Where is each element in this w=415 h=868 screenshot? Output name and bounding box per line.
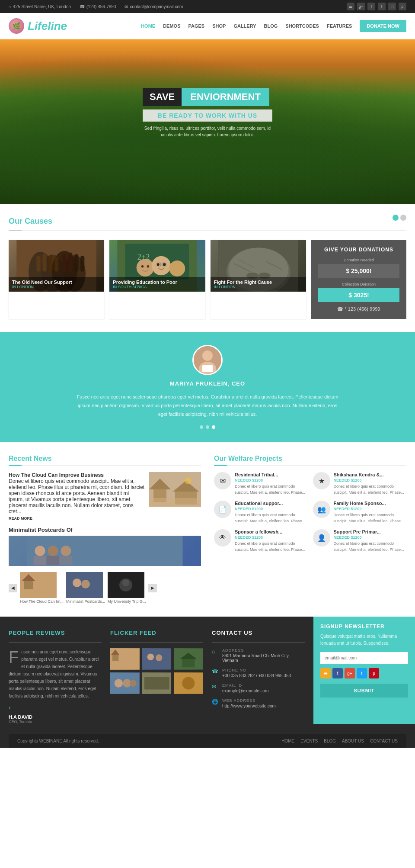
web-icon: 🌐	[212, 699, 219, 705]
email-info: ✉ contact@companymail.com	[124, 4, 183, 9]
welfare-item-0: ✉ Residential Tribal... NEEDED $1200 Don…	[214, 472, 308, 495]
donation-needed-amount: $ 25,000!	[318, 264, 399, 278]
nav-shop[interactable]: SHOP	[212, 23, 226, 29]
nav-shortcodes[interactable]: SHORTCODES	[285, 23, 319, 29]
facebook-social-link[interactable]: f	[367, 3, 375, 10]
svg-rect-77	[144, 677, 169, 690]
causes-grid: The Old Need Our Support IN LONDON 2+2 K…	[9, 240, 406, 319]
divider-accent	[9, 230, 22, 231]
newsletter-rss-icon[interactable]: ☰	[320, 668, 331, 678]
welfare-item-4: 👁 Sponsor a fellowsh... NEEDED $1200 Don…	[214, 529, 308, 553]
nav-blog[interactable]: BLOG	[264, 23, 278, 29]
svg-rect-39	[202, 365, 213, 372]
big-f-letter: F	[9, 649, 19, 665]
causes-dot-2[interactable]	[400, 215, 406, 221]
svg-point-58	[73, 579, 81, 587]
donate-button[interactable]: DONATE NOW	[360, 20, 406, 32]
hero-description: Sed fringilla, risus eu ultrices porttit…	[143, 125, 272, 138]
svg-point-46	[185, 477, 192, 484]
welfare-text-2: Educational suppor... NEEDED $1200 Donec…	[235, 501, 308, 524]
news-article-1-title: How The Cloud Can Improve Business	[9, 472, 145, 478]
web-label: WEB ADDRESS	[222, 698, 276, 703]
svg-point-62	[122, 579, 129, 586]
top-bar: ⌂ 425 Street Name, UK, London ☎ (123) 45…	[0, 0, 415, 13]
svg-rect-10	[68, 253, 72, 272]
hero-subtitle: BE READY TO WORK WITH US	[143, 109, 272, 122]
donation-collection-amount: $ 3025!	[318, 288, 399, 302]
svg-point-37	[202, 350, 213, 361]
newsletter-gplus-icon[interactable]: g+	[345, 668, 355, 678]
news-thumbnails: ◀ How The Cloud Can Im...	[9, 572, 201, 604]
email-contact-icon: ✉	[212, 684, 219, 690]
rss-social-link[interactable]: ☰	[347, 3, 354, 10]
testimonial-section: MARIYA FRUKLEIN, CEO Fusce nec arcu eget…	[0, 332, 415, 442]
reviewer-arrow: ›	[9, 704, 102, 711]
newsletter-pin-icon[interactable]: p	[369, 668, 379, 678]
hero-content: SAVE ENVIORNMENT BE READY TO WORK WITH U…	[143, 88, 272, 138]
email-label: EMAIL ID	[222, 683, 268, 688]
contact-title: CONTACT US	[212, 630, 305, 636]
welfare-text-3: Family Home Sponso... NEEDED $1200 Donec…	[334, 501, 407, 524]
footer-nav-blog[interactable]: BLOG	[324, 739, 336, 743]
svg-point-68	[156, 655, 162, 661]
flicker-img-2	[142, 648, 172, 670]
footer-nav-home[interactable]: HOME	[281, 739, 294, 743]
hut-svg	[149, 472, 201, 507]
causes-divider	[9, 230, 406, 231]
thumb-prev-arrow[interactable]: ◀	[9, 584, 17, 592]
gplus-social-link[interactable]: g+	[357, 3, 365, 10]
hero-section: SAVE ENVIORNMENT BE READY TO WORK WITH U…	[0, 39, 415, 204]
address-info: ⌂ 425 Street Name, UK, London	[9, 4, 71, 9]
dot-1[interactable]	[200, 425, 203, 429]
thumb-next-arrow[interactable]: ▶	[148, 584, 157, 592]
svg-point-19	[169, 260, 185, 276]
svg-rect-8	[54, 257, 58, 272]
testimonial-text: Fusce nec arcu eget nunc scelerisque pha…	[73, 393, 342, 418]
footer-newsletter: SIGNUP NEWSLETTER Quisque volutpat matti…	[313, 617, 415, 724]
hero-title: SAVE ENVIORNMENT	[143, 88, 272, 106]
copyright-text: Copyrights WEBINANE All rights reserved.	[17, 739, 99, 743]
svg-rect-11	[74, 254, 78, 272]
welfare-text-1: Shikshana Kendra &... NEEDED $1200 Donec…	[334, 472, 407, 495]
newsletter-fb-icon[interactable]: f	[332, 668, 343, 678]
news-read-more-1[interactable]: READ MORE	[9, 516, 145, 521]
footer-nav-events[interactable]: EVENTS	[300, 739, 318, 743]
welfare-item-3: 👥 Family Home Sponso... NEEDED $1200 Don…	[313, 501, 407, 524]
svg-rect-55	[24, 581, 33, 589]
svg-rect-53	[60, 556, 73, 565]
donations-title: GIVE YOUR DONATIONS	[318, 247, 399, 253]
nav-features[interactable]: FEATURES	[327, 23, 352, 29]
phone-label: PHONE NO	[222, 668, 291, 672]
welfare-section: Our Welfare Projects ✉ Residential Triba…	[214, 455, 406, 604]
flicker-grid	[110, 648, 203, 694]
pinterest-social-link[interactable]: p	[399, 3, 406, 10]
svg-point-20	[141, 265, 144, 268]
logo-icon: 🌿	[9, 18, 24, 34]
news-article-1-body: Donec et libero quis erat commodo suscip…	[9, 478, 145, 514]
testimonial-avatar	[192, 345, 223, 375]
footer-nav-contact[interactable]: CONTACT US	[370, 739, 398, 743]
svg-rect-70	[182, 659, 195, 667]
welfare-text-5: Support Pre Primar... NEEDED $1200 Donec…	[334, 529, 407, 553]
welfare-icon-1: ★	[313, 472, 330, 489]
nav-gallery[interactable]: GALLERY	[233, 23, 256, 29]
footer-bottom-nav: HOME EVENTS BLOG ABOUT US CONTACT US	[281, 739, 398, 743]
twitter-social-link[interactable]: t	[378, 3, 386, 10]
news-title: Recent News	[9, 455, 201, 463]
nav-home[interactable]: HOME	[141, 23, 155, 29]
t2-svg	[66, 572, 103, 598]
newsletter-tw-icon[interactable]: t	[357, 668, 367, 678]
nav-pages[interactable]: PAGES	[188, 23, 205, 29]
causes-dot-1[interactable]	[393, 215, 399, 221]
nav-demos[interactable]: DEMOS	[163, 23, 180, 29]
cause-card-kids: 2+2 K+B	[109, 240, 205, 319]
footer-nav-about[interactable]: ABOUT US	[342, 739, 364, 743]
dot-2[interactable]	[206, 425, 209, 429]
hero-save-text: SAVE	[143, 88, 182, 106]
linkedin-social-link[interactable]: in	[388, 3, 396, 10]
newsletter-email-input[interactable]	[320, 652, 408, 664]
newsletter-submit-button[interactable]: SUBMIT	[320, 684, 408, 698]
top-bar-left: ⌂ 425 Street Name, UK, London ☎ (123) 45…	[9, 4, 183, 9]
top-bar-socials: ☰ g+ f t in p	[347, 3, 406, 10]
dot-3[interactable]	[212, 425, 215, 429]
